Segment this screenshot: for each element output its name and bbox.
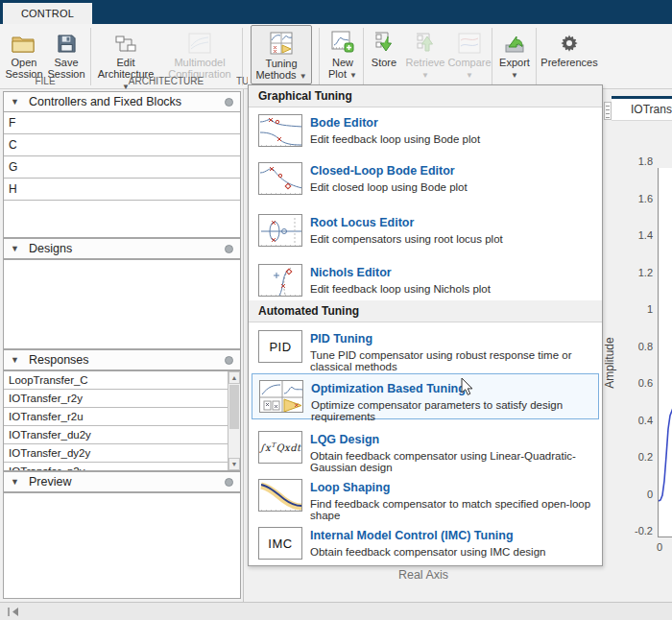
y-tick-label: 1.2 [620,267,653,278]
step-response-curve [659,168,672,537]
tab-control-system[interactable]: CONTROL SYSTEM [3,3,92,24]
menu-item-desc: Edit closed loop using Bode plot [310,181,468,193]
section-options-icon[interactable] [225,245,233,253]
optimization-based-tuning-icon [259,380,303,413]
menu-item-optimization-based-tuning[interactable]: Optimization Based Tuning Optimize compe… [252,373,599,419]
list-item[interactable]: F [4,112,240,134]
list-item[interactable]: IOTransfer_r2u [4,408,228,426]
step-response-axes [658,168,672,537]
section-title: Designs [29,239,72,258]
preview-area [3,492,241,599]
dropdown-arrow-icon: ▼ [511,71,518,80]
control-system-designer-window: CONTROL SYSTEM Open Session Save Session… [0,0,672,620]
section-options-icon[interactable] [225,478,233,487]
menu-item-desc: Edit feedback loop using Nichols plot [310,283,491,295]
gear-icon [538,27,601,54]
toolbar-group-label-file: FILE [0,75,90,87]
menu-item-title: Loop Shaping [310,481,390,494]
menu-item-desc: Optimize compensator parameters to satis… [311,399,598,422]
scroll-up-icon[interactable]: ▲ [228,371,240,384]
collapse-arrow-icon[interactable]: ▼ [11,472,19,491]
list-item[interactable]: IOTransfer_dy2y [4,444,228,463]
export-button[interactable]: Export▼ [495,27,534,83]
section-options-icon[interactable] [225,356,233,365]
status-bar [0,602,672,620]
y-tick-label: 0.4 [620,415,653,426]
menu-item-desc: Find feedback compensator to match speci… [310,498,602,521]
dropdown-arrow-icon: ▼ [466,71,473,80]
list-item[interactable]: IOTransfer_r2y [4,390,228,408]
list-item[interactable]: C [4,134,240,156]
collapse-panel-icon[interactable] [7,607,20,617]
preview-section-header[interactable]: ▼ Preview [3,471,241,492]
menu-item-title: Bode Editor [310,116,378,130]
section-options-icon[interactable] [225,98,233,107]
store-icon [367,27,401,54]
controllers-section-header[interactable]: ▼ Controllers and Fixed Blocks [3,91,241,112]
save-floppy-icon [46,27,86,54]
menu-item-bode-editor[interactable]: Bode Editor Edit feedback loop using Bod… [249,112,602,160]
closed-loop-bode-editor-icon [258,162,302,195]
list-item[interactable]: LoopTransfer_C [4,371,228,390]
loop-shaping-icon [258,479,302,512]
new-plot-button[interactable]: New Plot ▼ [323,27,363,83]
button-label: New Plot ▼ [323,57,363,82]
button-label: Export▼ [495,57,534,82]
menu-item-imc-tuning[interactable]: IMC Internal Model Control (IMC) Tuning … [249,525,602,573]
mouse-cursor [461,377,474,396]
step-response-figure-panel: IOTransfer_r Amplitude 1.8 1.6 1.4 1.2 1… [603,89,672,602]
retrieve-icon [403,27,447,54]
button-label: Retrieve▼ [403,57,447,82]
bode-editor-icon [258,114,302,147]
collapse-arrow-icon[interactable]: ▼ [11,350,19,370]
tuning-methods-button[interactable]: Tuning Methods ▼ [251,25,312,84]
menu-item-loop-shaping[interactable]: Loop Shaping Find feedback compensator t… [249,477,602,525]
menu-item-closed-loop-bode-editor[interactable]: Closed-Loop Bode Editor Edit closed loop… [249,160,602,208]
new-plot-icon [323,27,363,54]
preferences-button[interactable]: Preferences [538,27,601,83]
menu-item-title: Optimization Based Tuning [311,382,466,395]
export-icon [495,27,534,54]
menu-item-title: Root Locus Editor [310,216,414,229]
store-button[interactable]: Store [367,27,401,83]
pid-tuning-icon: PID [258,330,302,363]
list-item[interactable]: H [4,179,240,201]
menu-item-desc: Obtain feedback compensator using IMC de… [310,546,545,558]
scrollbar[interactable]: ▲ ▼ [228,371,240,470]
list-item[interactable]: G [4,156,240,179]
button-label: Tuning Methods ▼ [252,58,311,83]
y-tick-label: 0.8 [620,341,653,352]
dropdown-arrow-icon: ▼ [300,72,307,81]
responses-section-header[interactable]: ▼ Responses [3,349,241,370]
nichols-editor-icon [258,264,302,297]
y-tick-label: -0.2 [620,525,653,537]
scroll-down-icon[interactable]: ▼ [228,458,240,470]
menu-section-automated-tuning: Automated Tuning [249,300,602,322]
collapse-arrow-icon[interactable]: ▼ [11,92,19,111]
figure-tab[interactable]: IOTransfer_r [612,99,672,121]
lqg-design-icon: ∫xTQxdt [258,431,302,464]
menu-item-title: Closed-Loop Bode Editor [310,164,455,178]
collapse-arrow-icon[interactable]: ▼ [11,239,19,258]
list-item[interactable]: IOTransfer_du2y [4,426,228,444]
menu-item-title: Nichols Editor [310,266,392,279]
menu-item-lqg-design[interactable]: ∫xTQxdt LQG Design Obtain feedback compe… [249,429,602,477]
menu-item-root-locus-editor[interactable]: Root Locus Editor Edit compensators usin… [249,212,602,260]
panel-splitter-grip[interactable] [604,102,612,120]
retrieve-button: Retrieve▼ [403,27,447,83]
menu-item-pid-tuning[interactable]: PID PID Tuning Tune PID compensator usin… [249,328,602,376]
dropdown-arrow-icon: ▼ [421,71,429,80]
toolbar-separator [492,28,492,85]
designs-list [3,259,241,349]
menu-item-desc: Edit feedback loop using Bode plot [310,133,480,145]
menu-item-desc: Tune PID compensator using robust respon… [310,349,602,372]
imc-tuning-icon: IMC [258,527,302,560]
y-tick-label: 0 [620,489,653,500]
multimodel-plot-icon [161,27,238,54]
list-item[interactable]: IOTransfer_n2y [4,463,228,471]
section-title: Preview [29,472,71,491]
y-tick-label: 0.6 [620,377,653,389]
root-locus-editor-icon [258,214,302,247]
designs-section-header[interactable]: ▼ Designs [3,238,241,259]
scrollbar-thumb[interactable] [229,385,239,429]
